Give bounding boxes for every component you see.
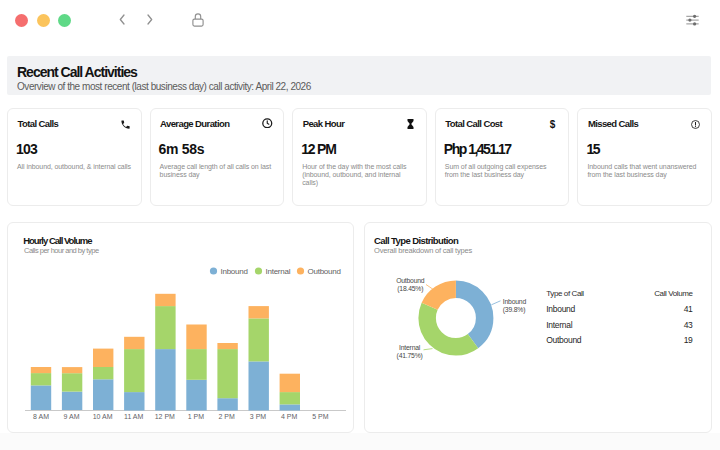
- svg-text:10 AM: 10 AM: [93, 413, 113, 420]
- svg-text:5 PM: 5 PM: [312, 413, 329, 420]
- svg-text:9 AM: 9 AM: [64, 413, 80, 420]
- svg-text:11 AM: 11 AM: [124, 413, 143, 420]
- svg-text:Call Volume: Call Volume: [654, 289, 693, 298]
- svg-text:43: 43: [684, 320, 693, 330]
- svg-text:Outbound: Outbound: [308, 267, 341, 276]
- svg-text:41: 41: [684, 304, 693, 314]
- svg-text:Outbound: Outbound: [396, 277, 425, 284]
- svg-text:Inbound: Inbound: [503, 298, 527, 305]
- svg-text:(41.75%): (41.75%): [397, 352, 423, 360]
- svg-text:12 PM: 12 PM: [155, 413, 175, 420]
- svg-text:Internal: Internal: [546, 320, 572, 330]
- svg-text:Internal: Internal: [399, 344, 421, 351]
- svg-text:3 PM: 3 PM: [250, 413, 267, 420]
- svg-text:Type of Call: Type of Call: [546, 289, 584, 298]
- svg-text:(39.8%): (39.8%): [503, 306, 525, 314]
- svg-text:Internal: Internal: [266, 267, 291, 276]
- svg-text:Inbound: Inbound: [546, 304, 575, 314]
- svg-text:2 PM: 2 PM: [218, 413, 235, 420]
- svg-text:19: 19: [684, 335, 693, 345]
- svg-text:8 AM: 8 AM: [33, 413, 49, 420]
- svg-text:Inbound: Inbound: [221, 267, 248, 276]
- svg-text:4 PM: 4 PM: [281, 413, 298, 420]
- svg-text:1 PM: 1 PM: [188, 413, 205, 420]
- svg-text:Outbound: Outbound: [546, 335, 582, 345]
- svg-text:(18.45%): (18.45%): [397, 285, 423, 293]
